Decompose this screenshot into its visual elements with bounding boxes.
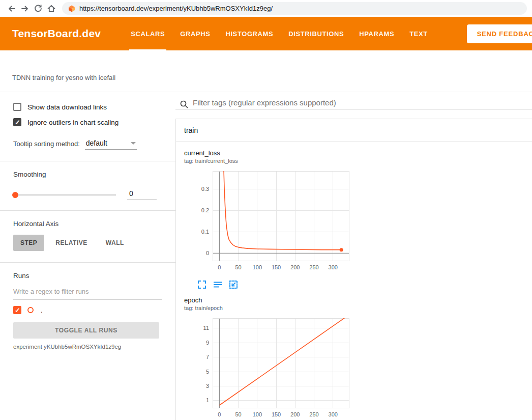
address-bar[interactable]: https://tensorboard.dev/experiment/yKUbh… [62,2,527,15]
line-chart-plot[interactable]: 00.10.20.3050100150200250300 [184,168,359,278]
chevron-down-icon [131,142,136,145]
chart-title: epoch [184,296,359,304]
train-group-card: train current_loss tag: train/current_lo… [175,119,532,420]
url-text: https://tensorboard.dev/experiment/yKUbh… [79,5,273,12]
smoothing-slider-thumb[interactable] [12,192,18,198]
runs-label: Runs [0,271,175,284]
tab-distributions[interactable]: DISTRIBUTIONS [281,17,351,50]
tooltip-sorting-select[interactable]: default [85,138,137,150]
browser-back-button[interactable] [5,2,18,15]
chart-tag: tag: train/current_loss [184,158,359,164]
tooltip-sorting-label: Tooltip sorting method: [13,140,80,150]
browser-forward-button[interactable] [18,2,32,15]
filter-tags-input[interactable] [193,98,532,110]
axis-step-button[interactable]: STEP [13,235,44,251]
expand-chart-icon[interactable] [197,280,206,289]
svg-text:200: 200 [290,264,300,270]
svg-text:0: 0 [218,264,221,270]
main-nav: SCALARS GRAPHS HISTOGRAMS DISTRIBUTIONS … [123,17,435,50]
svg-text:1: 1 [206,397,209,403]
show-download-links-checkbox[interactable] [13,103,21,111]
chart-tag: tag: train/epoch [184,305,359,311]
horizontal-axis-label: Horizontal Axis [0,219,175,232]
tab-scalars[interactable]: SCALARS [123,17,172,50]
axis-relative-button[interactable]: RELATIVE [48,235,94,251]
search-icon [180,100,189,109]
run-list-item[interactable]: . [0,300,175,316]
experiment-id-caption: experiment yKUbhb5wRmOSXYkId1z9eg [0,339,175,355]
tab-histograms[interactable]: HISTOGRAMS [218,17,281,50]
svg-text:300: 300 [329,411,338,417]
tab-text[interactable]: TEXT [402,17,435,50]
line-chart-plot[interactable]: 1357911050100150200250300 [184,315,359,420]
tab-graphs[interactable]: GRAPHS [172,17,218,50]
app-header: TensorBoard.dev SCALARS GRAPHS HISTOGRAM… [0,17,532,50]
svg-text:150: 150 [272,264,281,270]
refresh-icon [34,4,43,13]
chart-title: current_loss [184,149,359,157]
group-header-train[interactable]: train [176,119,532,142]
tensorboard-favicon [68,5,75,12]
forward-arrow-icon [20,4,29,13]
svg-text:250: 250 [309,264,318,270]
divider [0,210,175,211]
home-icon [47,4,56,13]
svg-text:0.2: 0.2 [201,207,209,213]
runs-filter-input[interactable] [13,286,162,300]
experiment-subheader: TDNN training for yesno with icefall [0,50,532,92]
svg-text:0: 0 [218,411,221,417]
experiment-description: TDNN training for yesno with icefall [12,74,520,81]
svg-text:100: 100 [253,411,262,417]
svg-text:3: 3 [206,383,209,389]
svg-text:0.1: 0.1 [201,229,209,235]
ignore-outliers-checkbox[interactable] [13,118,21,126]
svg-text:300: 300 [329,264,338,270]
svg-text:5: 5 [206,369,209,375]
smoothing-value-input[interactable] [127,189,157,200]
divider [0,161,175,161]
svg-text:9: 9 [206,340,209,346]
svg-text:50: 50 [235,264,241,270]
svg-text:250: 250 [309,411,318,417]
ignore-outliers-label: Ignore outliers in chart scaling [27,119,119,126]
tooltip-sorting-value: default [86,139,107,147]
browser-refresh-button[interactable] [32,2,45,15]
divider [0,262,175,263]
smoothing-slider[interactable] [13,194,116,195]
smoothing-label: Smoothing [0,170,175,182]
send-feedback-button[interactable]: SEND FEEDBACK [467,24,532,43]
back-arrow-icon [7,4,16,13]
fit-domain-icon[interactable] [229,280,238,289]
svg-text:7: 7 [206,354,209,360]
chart-current-loss: current_loss tag: train/current_loss 00.… [184,149,359,289]
svg-text:0: 0 [206,250,209,256]
run-color-swatch [27,307,34,313]
tab-hparams[interactable]: HPARAMS [351,17,402,50]
svg-text:100: 100 [253,264,262,270]
svg-text:0.3: 0.3 [201,186,209,192]
tensorboard-logo: TensorBoard.dev [12,27,101,40]
settings-sidebar: Show data download links Ignore outliers… [0,92,175,420]
svg-text:150: 150 [272,411,281,417]
run-name: . [41,306,43,314]
run-checkbox[interactable] [13,306,21,314]
chart-epoch: epoch tag: train/epoch 13579110501001502… [184,296,359,420]
show-download-links-label: Show data download links [27,103,107,111]
scalars-main: train current_loss tag: train/current_lo… [175,92,532,420]
toggle-all-runs-button[interactable]: TOGGLE ALL RUNS [13,322,159,339]
axis-wall-button[interactable]: WALL [99,235,131,251]
browser-toolbar: https://tensorboard.dev/experiment/yKUbh… [0,0,532,17]
run-selector-icon[interactable] [213,280,222,289]
svg-text:11: 11 [203,325,209,331]
browser-home-button[interactable] [45,2,58,15]
svg-text:200: 200 [290,411,300,417]
svg-text:50: 50 [235,411,241,417]
